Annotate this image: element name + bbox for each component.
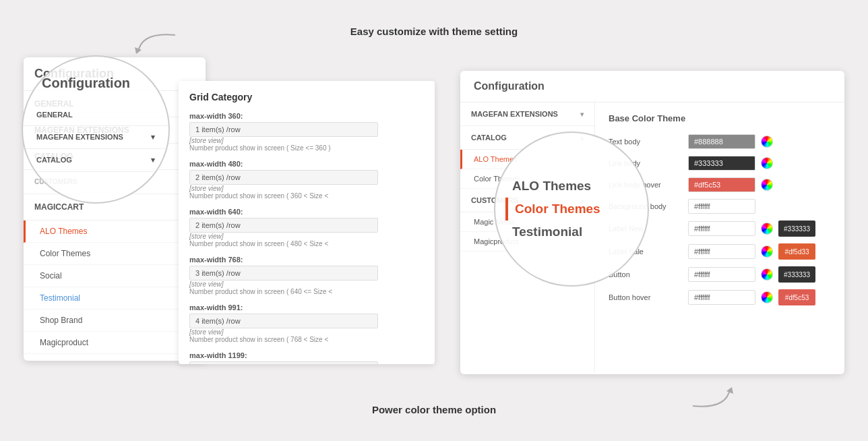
- circle-testimonial: Testimonial: [512, 220, 631, 243]
- grid-row-640: max-width 640: 2 item(s) /row [store vie…: [189, 208, 424, 247]
- color-row-label-sale: Label Sale #df5d33: [609, 243, 831, 260]
- color-box-label-sale: #df5d33: [778, 243, 815, 260]
- grid-label-991: max-width 991:: [189, 303, 424, 312]
- grid-category-title: Grid Category: [189, 92, 424, 102]
- grid-input-768[interactable]: 3 item(s) /row: [189, 266, 378, 281]
- main-container: Easy customize with theme setting Config…: [0, 0, 868, 441]
- grid-input-991[interactable]: 4 item(s) /row: [189, 314, 378, 328]
- grid-label-640: max-width 640:: [189, 208, 424, 216]
- color-swatch-label-new[interactable]: [761, 223, 773, 235]
- color-swatch-link-hover[interactable]: [761, 179, 773, 191]
- grid-input-360[interactable]: 1 item(s) /row: [189, 122, 378, 137]
- color-swatch-button[interactable]: [761, 268, 773, 281]
- circle-general: GENERAL: [23, 104, 168, 126]
- color-label-text-body: Text body: [609, 138, 683, 146]
- color-input-button-hover[interactable]: [688, 290, 755, 305]
- color-input-label-sale[interactable]: [688, 244, 755, 259]
- grid-label-360: max-width 360:: [189, 112, 424, 120]
- svg-marker-1: [726, 387, 733, 394]
- color-swatch-label-sale[interactable]: [761, 245, 773, 258]
- grid-row-768: max-width 768: 3 item(s) /row [store vie…: [189, 256, 424, 295]
- circle-color-themes: Color Themes: [505, 198, 624, 220]
- grid-row-360: max-width 360: 1 item(s) /row [store vie…: [189, 112, 424, 152]
- color-row-text-body: Text body: [609, 134, 831, 149]
- base-color-theme-title: Base Color Theme: [609, 113, 831, 123]
- grid-row-480: max-width 480: 2 item(s) /row [store vie…: [189, 160, 424, 200]
- arrow-bottom-icon: [686, 379, 740, 413]
- svg-marker-0: [135, 47, 142, 54]
- circle-right-overlay: ALO Themes Color Themes Testimonial: [494, 131, 649, 287]
- grid-label-768: max-width 768:: [189, 256, 424, 264]
- bottom-label: Power color theme option: [372, 404, 496, 415]
- circle-catalog: CATALOG▾: [23, 149, 168, 172]
- color-swatch-button-hover[interactable]: [761, 291, 773, 303]
- color-input-bg-body[interactable]: [688, 199, 755, 214]
- color-input-link-body[interactable]: [688, 156, 755, 171]
- grid-label-480: max-width 480:: [189, 160, 424, 168]
- grid-input-480[interactable]: 2 item(s) /row: [189, 170, 378, 185]
- color-input-link-hover[interactable]: [688, 177, 755, 192]
- rp-nav-magefan[interactable]: MAGEFAN EXTENSIONS ▾: [460, 102, 594, 126]
- color-input-label-new[interactable]: [688, 221, 755, 236]
- color-row-link-body: Link body: [609, 156, 831, 171]
- circle-magefan: MAGEFAN EXTENSIONS▾: [23, 126, 168, 149]
- circle-alo-themes: ALO Themes: [512, 175, 631, 198]
- color-input-text-body[interactable]: [688, 134, 755, 149]
- color-row-button-hover: Button hover #df5c53: [609, 289, 831, 305]
- grid-input-1199[interactable]: 2 item(s) /row: [189, 361, 378, 364]
- color-swatch-text-body[interactable]: [761, 136, 773, 148]
- color-row-button: Button #333333: [609, 266, 831, 283]
- grid-row-1199: max-width 1199: 2 item(s) /row [store vi…: [189, 351, 424, 364]
- grid-label-1199: max-width 1199:: [189, 351, 424, 359]
- grid-row-991: max-width 991: 4 item(s) /row [store vie…: [189, 303, 424, 343]
- top-label: Easy customize with theme setting: [350, 26, 518, 37]
- color-box-button-hover: #df5c53: [778, 289, 815, 305]
- right-panel-title: Configuration: [460, 71, 844, 102]
- color-box-button: #333333: [778, 266, 815, 283]
- color-input-button[interactable]: [688, 267, 755, 282]
- color-label-button-hover: Button hover: [609, 293, 683, 301]
- circle-left-title: Configuration: [42, 76, 130, 91]
- circle-left-overlay: Configuration GENERAL MAGEFAN EXTENSIONS…: [22, 55, 170, 204]
- grid-input-640[interactable]: 2 item(s) /row: [189, 218, 378, 233]
- color-box-label-new: #333333: [778, 220, 815, 237]
- grid-category-panel: Grid Category max-width 360: 1 item(s) /…: [179, 81, 435, 364]
- chevron-icon: ▾: [580, 111, 584, 118]
- color-label-button: Button: [609, 270, 683, 278]
- color-swatch-link-body[interactable]: [761, 157, 773, 169]
